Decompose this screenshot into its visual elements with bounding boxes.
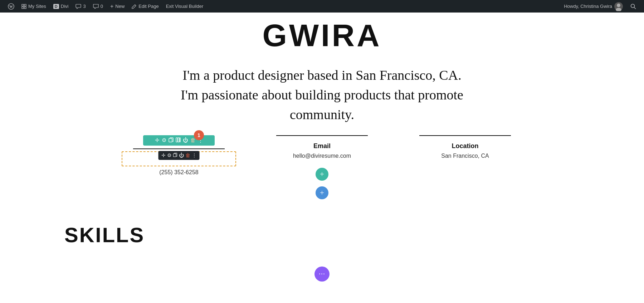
my-sites-label: My Sites <box>28 4 46 9</box>
tagline-area: I'm a product designer based in San Fran… <box>161 55 483 128</box>
edit-page-item[interactable]: Edit Page <box>128 0 162 13</box>
location-label: Location <box>452 142 479 150</box>
row-columns-icon[interactable] <box>176 137 181 143</box>
svg-rect-4 <box>22 7 24 9</box>
add-module-blue-button[interactable]: + <box>316 186 328 199</box>
more-dots-icon: ··· <box>319 270 325 278</box>
module-settings-icon[interactable]: ⚙ <box>167 153 172 158</box>
svg-rect-13 <box>178 138 179 142</box>
admin-bar: W My Sites D Divi 3 0 + New Edit Page <box>0 0 644 13</box>
logo-text: GWIRA <box>0 20 644 51</box>
location-column: Location San Francisco, CA <box>394 135 537 201</box>
svg-line-10 <box>634 7 636 9</box>
svg-rect-15 <box>173 154 176 157</box>
module-toolbar: ✛ ⚙ ⏻ 🗑 ⋮ <box>158 151 200 160</box>
module-move-icon[interactable]: ✛ <box>161 153 166 158</box>
divi-icon: D <box>53 4 59 9</box>
search-item[interactable] <box>627 0 640 13</box>
skills-section: SKILLS <box>0 212 644 247</box>
comments-label: 0 <box>101 4 103 9</box>
svg-text:W: W <box>9 4 13 8</box>
tagline-text: I'm a product designer based in San Fran… <box>168 65 476 124</box>
phone-col-inner: 1 ✛ ⚙ <box>122 135 236 176</box>
svg-rect-2 <box>22 4 24 6</box>
module-power-icon[interactable]: ⏻ <box>179 153 184 158</box>
add-module-teal-button[interactable]: + <box>316 168 328 181</box>
location-value: San Francisco, CA <box>441 153 489 159</box>
module-more-icon[interactable]: ⋮ <box>192 153 197 158</box>
bottom-floating-area: ··· <box>314 267 330 282</box>
my-sites-item[interactable]: My Sites <box>18 0 50 13</box>
divi-item[interactable]: D Divi <box>50 0 72 13</box>
edit-page-label: Edit Page <box>138 4 158 9</box>
svg-rect-12 <box>176 138 177 142</box>
svg-point-9 <box>631 4 635 8</box>
logo-area: GWIRA <box>0 13 644 55</box>
svg-rect-5 <box>24 7 26 9</box>
svg-rect-14 <box>180 138 180 142</box>
row-clone-icon[interactable] <box>169 137 174 143</box>
svg-rect-3 <box>24 4 26 6</box>
page-content: GWIRA I'm a product designer based in Sa… <box>0 13 644 247</box>
howdy-item[interactable]: Howdy, Christina Gwira <box>560 0 627 13</box>
phone-number: (255) 352-6258 <box>159 169 198 176</box>
email-label: Email <box>313 142 331 150</box>
skills-title: SKILLS <box>64 223 644 247</box>
more-options-button[interactable]: ··· <box>314 267 330 282</box>
contact-section: 1 ✛ ⚙ <box>107 128 537 212</box>
row-toolbar: 1 ✛ ⚙ <box>143 135 215 146</box>
divi-label: Divi <box>61 4 69 9</box>
phone-column: 1 ✛ ⚙ <box>107 135 250 201</box>
admin-bar-right: Howdy, Christina Gwira <box>560 0 640 13</box>
new-plus-icon: + <box>110 3 113 10</box>
row-move-icon[interactable]: ✛ <box>155 138 160 143</box>
tagline-line2: I'm passionate about building products t… <box>181 87 463 122</box>
row-delete-icon[interactable]: 🗑 <box>190 138 196 143</box>
tagline-line1: I'm a product designer based in San Fran… <box>182 68 461 83</box>
phone-divider <box>133 148 225 149</box>
new-label: New <box>115 4 125 9</box>
exit-vb-label: Exit Visual Builder <box>166 4 204 9</box>
svg-point-7 <box>617 4 620 7</box>
email-value: hello@diviresume.com <box>293 153 351 159</box>
add-btn-teal-wrapper: + <box>316 166 328 183</box>
email-column: Email hello@diviresume.com + + <box>250 135 394 201</box>
howdy-label: Howdy, Christina Gwira <box>564 4 612 9</box>
module-clone-icon[interactable] <box>173 153 177 158</box>
svg-rect-11 <box>169 138 172 142</box>
wp-logo-item[interactable]: W <box>4 0 18 13</box>
add-btn-blue-wrapper: + <box>316 184 328 201</box>
counter-item[interactable]: 3 <box>72 0 89 13</box>
counter-label: 3 <box>83 4 86 9</box>
exit-vb-item[interactable]: Exit Visual Builder <box>162 0 207 13</box>
comments-item[interactable]: 0 <box>89 0 107 13</box>
module-delete-icon[interactable]: 🗑 <box>185 153 190 158</box>
row-settings-icon[interactable]: ⚙ <box>162 138 166 143</box>
module-toolbar-wrapper: ✛ ⚙ ⏻ 🗑 ⋮ <box>122 151 236 166</box>
row-power-icon[interactable]: ⏻ <box>183 138 188 143</box>
new-item[interactable]: + New <box>107 0 128 13</box>
